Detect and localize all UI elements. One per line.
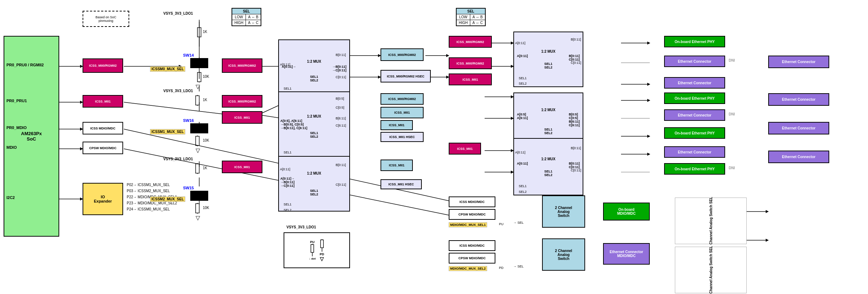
icss-mii0-mux2-label: ICSS_MII0/RGMII2 [228, 100, 256, 103]
cpsw-mdio-right-1: CPSW MDIO/MDC [449, 209, 495, 220]
eth-connector-far-2: Ethernet Connector [768, 93, 829, 106]
icss-mii0-rgmii2-block-left: ICSS_MII0/RGMII2 [83, 58, 123, 73]
pinmux-note-label: Based on SoC pinmuxing [95, 15, 116, 23]
sel-right-high: HIGH [456, 20, 470, 26]
sw16-label: SW16 [183, 118, 194, 123]
pd-sel2: PD [499, 266, 504, 270]
mux3-sel1: SEL1 [284, 203, 291, 206]
right-mux1-sel2: SEL2 [519, 82, 527, 85]
onboard-phy-3: On-board Ethernet PHY [664, 127, 725, 139]
mux2-sel1: SEL1 [284, 151, 291, 154]
right-mux3-sel1: SEL1 [519, 184, 527, 188]
sel-arrow-2: → SEL [513, 265, 524, 268]
icss-mii0-b05-out: ICSS_MII0/RGMII2 [381, 93, 424, 105]
mux2-c611: C[6:11] [336, 124, 346, 127]
eth-far-3-label: Ethernet Connector [782, 126, 815, 130]
icss-mii0-out-b-label: ICSS_MII0/RGMII2 [388, 53, 416, 57]
resistor-10k-sw16 [194, 136, 201, 147]
mux3-a-label: A[0:11] [280, 167, 290, 171]
sel-right-low-result: A ↔ B [470, 14, 485, 20]
pu-pd-circuit: PU ↓ dot PD ▽ [284, 232, 350, 268]
icss-mii1-mux2-label: ICSS_MII1 [234, 116, 250, 119]
cpsw-mdio-right-2: CPSW MDIO/MDC [449, 253, 495, 264]
mux1-title: 1:2 MUX [307, 60, 321, 63]
right-icss-mii0-in1: ICSS_MII0/RGMII2 [449, 36, 492, 48]
icss-mii1-mux3-b: ICSS_MII1 [381, 160, 413, 171]
icss-mdio-right-2: ICSS MDIO/MDC [449, 240, 495, 251]
right-icss-mii0-in2: ICSS_MII0/RGMII2 [449, 57, 492, 69]
mux2-c05: C[0:5] [336, 106, 344, 109]
eth-connector-2: Ethernet Connector [664, 77, 725, 89]
signal-pr0-mdio: PR0_MDIO [6, 125, 27, 130]
soc-label: AM263Px SoC [21, 131, 42, 142]
eth-far-4-label: Ethernet Connector [782, 155, 815, 159]
gnd-sym-3: ▽ [196, 214, 200, 221]
right-mux3-a: A[0:11] [515, 151, 526, 154]
signal-pr0-pru0: PR0_PRU0 / RGMII2 [6, 63, 44, 67]
analog-switch-2-label: 2 Channel Analog Switch [555, 249, 572, 261]
sw16-block [190, 123, 208, 133]
dni-1: DNI [729, 58, 735, 62]
cpsw-mdio-block: CPSW MDIO/MDC [83, 142, 123, 154]
icss-mii1-label1: ICSS_MII1 [95, 100, 111, 103]
resistor-10k-label-1: 10K [203, 75, 209, 79]
onboard-phy-4: On-board Ethernet PHY [664, 163, 725, 175]
svg-rect-61 [311, 245, 314, 252]
svg-rect-49 [196, 96, 199, 105]
eth-connector-far-4: Ethernet Connector [768, 151, 829, 163]
resistor-1k-sw16 [194, 95, 201, 106]
onboard-phy-2: On-board Ethernet PHY [664, 93, 725, 104]
resistor-1k-label-1: 1K [203, 30, 207, 34]
icss-mdio-right-1: ICSS MDIO/MDC [449, 196, 495, 207]
onboard-phy-2-label: On-board Ethernet PHY [675, 96, 715, 100]
onboard-phy-1-label: On-board Ethernet PHY [675, 40, 715, 44]
analog-switch-1-label: 2 Channel Analog Switch [555, 206, 572, 218]
mux3-title: 1:2 MUX [307, 171, 321, 175]
svg-rect-46 [197, 72, 201, 82]
io-pin-p03: P03→ ICSSM2_MUX_SEL [127, 189, 170, 193]
pinmux-note: Based on SoC pinmuxing [83, 11, 129, 27]
resistor-1k-label-2: 1K [203, 98, 207, 102]
svg-rect-55 [196, 164, 199, 173]
sw15-block [190, 191, 208, 201]
mdio-mux-sel1-label: MDIO/MDC_MUX_SEL1 [449, 222, 487, 227]
analog-switch-1: 2 Channel Analog Switch [542, 195, 585, 228]
io-expander-block: IO Expander [83, 183, 123, 215]
sel-table-right-header: SEL [456, 8, 485, 14]
vsys-sw15-area: VSYS_3V3_LDO1 [286, 225, 316, 229]
svg-rect-58 [196, 204, 199, 213]
sel-high: HIGH [232, 20, 246, 26]
eth-connector-4-label: Ethernet Connector [678, 150, 711, 154]
right-mux1-b: B[0:11] [571, 38, 581, 41]
eth-connector-4: Ethernet Connector [664, 146, 725, 158]
signal-mdio: MDIO [6, 145, 17, 150]
pu-label: PU [309, 240, 316, 244]
sel-low: LOW [232, 14, 246, 20]
sel-table-left: SEL LOW A ↔ B HIGH A ↔ C [232, 8, 261, 26]
mux3-c-label: C[0:11] [336, 183, 346, 186]
resistor-10k-sw15 [194, 203, 201, 214]
eth-connector-far-1: Ethernet Connector [768, 56, 829, 68]
icss-mii0-mux-input-block: ICSS_MII0/RGMII2 [222, 58, 262, 73]
eth-connector-1: Ethernet Connector [664, 56, 725, 67]
right-mux1-c: C[0:11] [571, 61, 581, 65]
icssm0-mux-sel-label: ICSSM0_MUX_SEL [150, 66, 185, 72]
icss-mii0-mux-label: ICSS_MII0/RGMII2 [228, 64, 256, 67]
onboard-phy-4-label: On-board Ethernet PHY [675, 167, 715, 171]
pd-label: PD [319, 252, 325, 256]
eth-connector-3-label: Ethernet Connector [678, 113, 711, 117]
cpsw-mdio-label: CPSW MDIO/MDC [89, 146, 117, 150]
mux1-c-label: C[0:11] [336, 75, 346, 79]
sw15-label: SW15 [183, 186, 194, 190]
right-mux3-b: B[0:11] [571, 146, 581, 150]
right-mux3-sel2: SEL2 [519, 190, 527, 194]
vsys-label-1: VSYS_3V3_LDO1 [163, 11, 193, 15]
icss-mii1-mux2-input: ICSS_MII1 [222, 111, 262, 124]
sel-high-result: A ↔ C [246, 20, 261, 26]
sw14-block [190, 58, 208, 68]
mux1-portB: →B[0:11] [332, 65, 346, 68]
onboard-phy-1: On-board Ethernet PHY [664, 36, 725, 47]
mux1-sel1: SEL1 [284, 87, 291, 90]
sel-low-result: A ↔ B [246, 14, 261, 20]
right-icss-mii1-in1: ICSS_MII1 [449, 74, 492, 85]
